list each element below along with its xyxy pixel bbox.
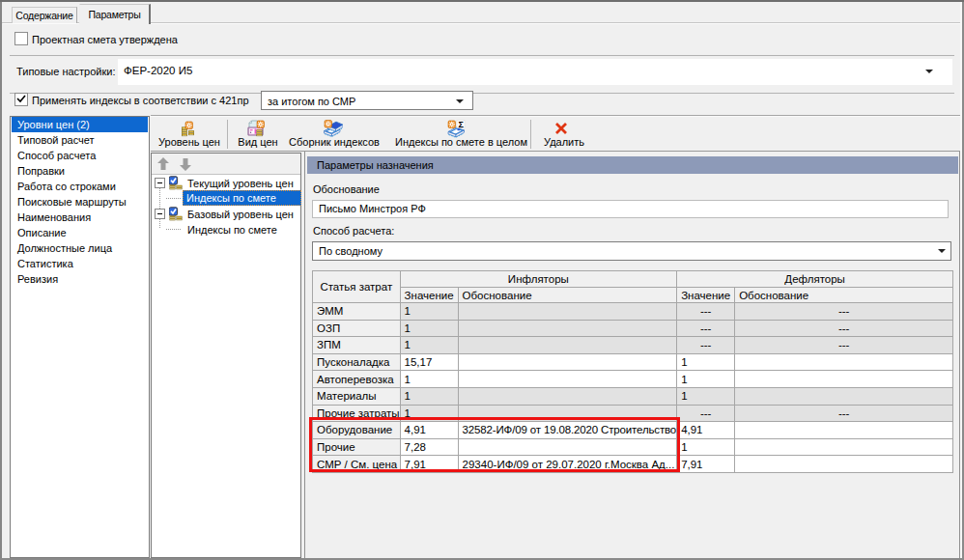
svg-text:Σ: Σ bbox=[459, 120, 465, 129]
